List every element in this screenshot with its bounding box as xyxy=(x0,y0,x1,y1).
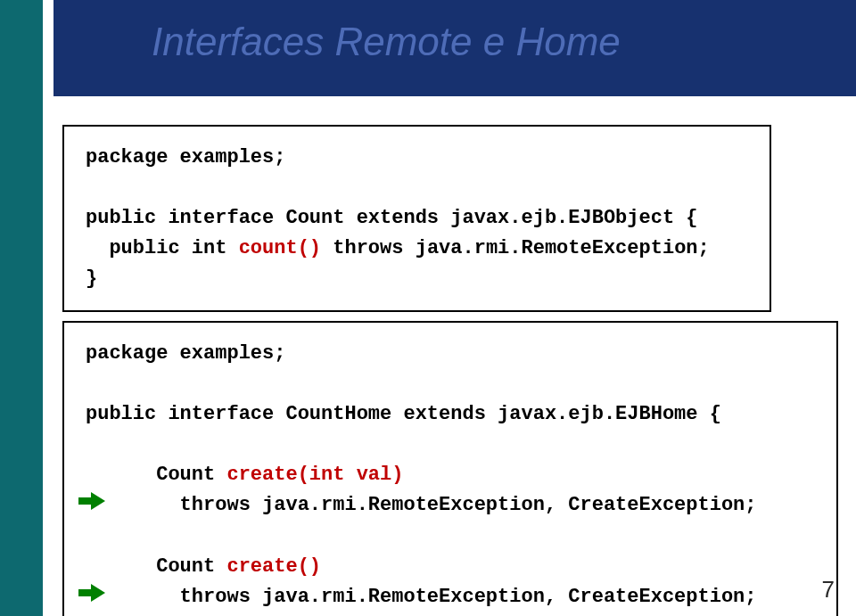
page-number: 7 xyxy=(822,576,835,604)
code-highlight: create(int val) xyxy=(226,464,403,486)
code-line: } xyxy=(86,264,752,294)
code-line: public interface Count extends javax.ejb… xyxy=(86,203,752,234)
code-line: Count create() xyxy=(86,522,819,582)
code-line: package examples; xyxy=(86,143,752,173)
code-blank xyxy=(86,369,819,399)
code-box-remote: package examples; public interface Count… xyxy=(62,125,771,312)
code-line: public int count() throws java.rmi.Remot… xyxy=(86,234,752,264)
code-line: throws java.rmi.RemoteException, CreateE… xyxy=(86,582,819,612)
slide-title: Interfaces Remote e Home xyxy=(152,20,621,64)
code-box-home: package examples; public interface Count… xyxy=(62,321,838,616)
left-accent-stripe xyxy=(0,0,43,616)
arrow-right-icon xyxy=(78,523,100,541)
code-highlight: count() xyxy=(239,237,321,259)
code-line: public interface CountHome extends javax… xyxy=(86,399,819,430)
code-blank xyxy=(86,173,752,203)
code-line: Count create(int val) xyxy=(86,430,819,490)
code-highlight: create() xyxy=(226,555,321,578)
code-text: throws java.rmi.RemoteException; xyxy=(321,237,710,259)
code-line: throws java.rmi.RemoteException, CreateE… xyxy=(86,490,819,521)
code-line: } xyxy=(86,612,819,616)
arrow-right-icon xyxy=(78,431,100,449)
code-line: package examples; xyxy=(86,339,819,369)
code-text: public int xyxy=(86,237,239,259)
